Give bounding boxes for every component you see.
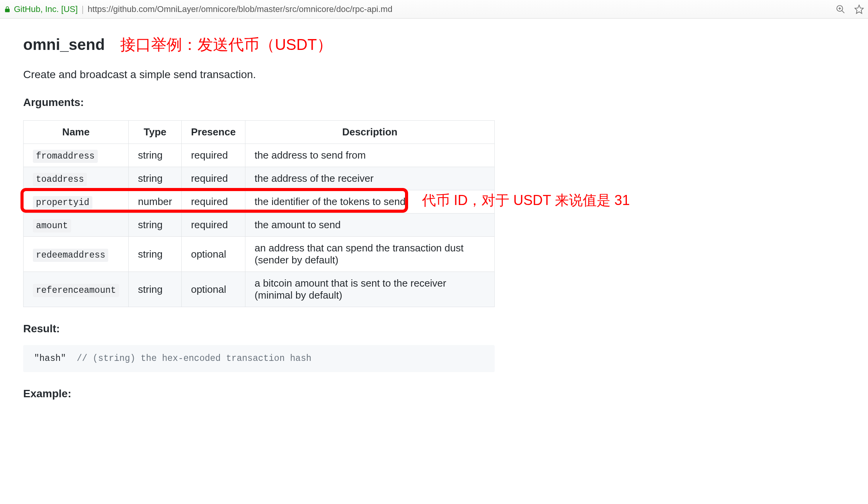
arguments-table: Name Type Presence Description fromaddre…	[23, 120, 495, 307]
title-row: omni_send 接口举例：发送代币（USDT）	[23, 34, 868, 55]
table-row: redeemaddress string optional an address…	[24, 237, 495, 272]
address-bar-right	[836, 4, 864, 14]
result-comment: // (string) the hex-encoded transaction …	[66, 354, 311, 364]
arg-presence: required	[182, 144, 245, 167]
result-hash-literal: "hash"	[34, 354, 66, 364]
result-code-block: "hash" // (string) the hex-encoded trans…	[23, 345, 495, 372]
arg-type: string	[129, 214, 182, 237]
arg-description: an address that can spend the transactio…	[245, 237, 494, 272]
table-row: toaddress string required the address of…	[24, 167, 495, 190]
svg-marker-4	[855, 5, 863, 14]
title-annotation: 接口举例：发送代币（USDT）	[120, 34, 332, 55]
table-row: fromaddress string required the address …	[24, 144, 495, 167]
svg-line-1	[842, 10, 844, 13]
col-type: Type	[129, 121, 182, 144]
table-row: amount string required the amount to sen…	[24, 214, 495, 237]
arg-type: string	[129, 272, 182, 307]
api-title: omni_send	[23, 36, 105, 53]
arg-name: toaddress	[33, 173, 87, 186]
arg-type: string	[129, 167, 182, 190]
arg-name: fromaddress	[33, 150, 98, 163]
arg-presence: required	[182, 214, 245, 237]
arg-name: referenceamount	[33, 284, 119, 297]
address-bar-left: GitHub, Inc. [US] | https://github.com/O…	[4, 4, 832, 14]
arg-description: the amount to send	[245, 214, 494, 237]
arg-name: redeemaddress	[33, 249, 108, 262]
arg-name: amount	[33, 219, 71, 232]
arg-description: the address of the receiver	[245, 167, 494, 190]
site-identity-label: GitHub, Inc. [US]	[14, 4, 78, 14]
example-heading: Example:	[23, 388, 868, 400]
col-name: Name	[24, 121, 129, 144]
arg-type: string	[129, 237, 182, 272]
arg-presence: required	[182, 167, 245, 190]
table-row: referenceamount string optional a bitcoi…	[24, 272, 495, 307]
arg-description: the address to send from	[245, 144, 494, 167]
result-heading: Result:	[23, 323, 868, 335]
arg-name: propertyid	[33, 196, 92, 209]
browser-address-bar: GitHub, Inc. [US] | https://github.com/O…	[0, 0, 868, 19]
arg-presence: required	[182, 190, 245, 214]
arg-presence: optional	[182, 237, 245, 272]
lock-icon	[4, 6, 11, 13]
table-header-row: Name Type Presence Description	[24, 121, 495, 144]
document-content: omni_send 接口举例：发送代币（USDT） Create and bro…	[0, 19, 868, 423]
zoom-icon[interactable]	[836, 4, 846, 14]
api-description: Create and broadcast a simple send trans…	[23, 68, 868, 81]
bookmark-star-icon[interactable]	[854, 4, 864, 14]
arg-type: string	[129, 144, 182, 167]
arg-type: number	[129, 190, 182, 214]
col-presence: Presence	[182, 121, 245, 144]
arguments-table-wrap: Name Type Presence Description fromaddre…	[23, 120, 868, 307]
arguments-heading: Arguments:	[23, 96, 868, 109]
address-url[interactable]: https://github.com/OmniLayer/omnicore/bl…	[88, 4, 393, 14]
address-separator: |	[81, 4, 85, 14]
row-annotation: 代币 ID，对于 USDT 来说值是 31	[422, 191, 630, 210]
arg-description: a bitcoin amount that is sent to the rec…	[245, 272, 494, 307]
col-description: Description	[245, 121, 494, 144]
arg-presence: optional	[182, 272, 245, 307]
